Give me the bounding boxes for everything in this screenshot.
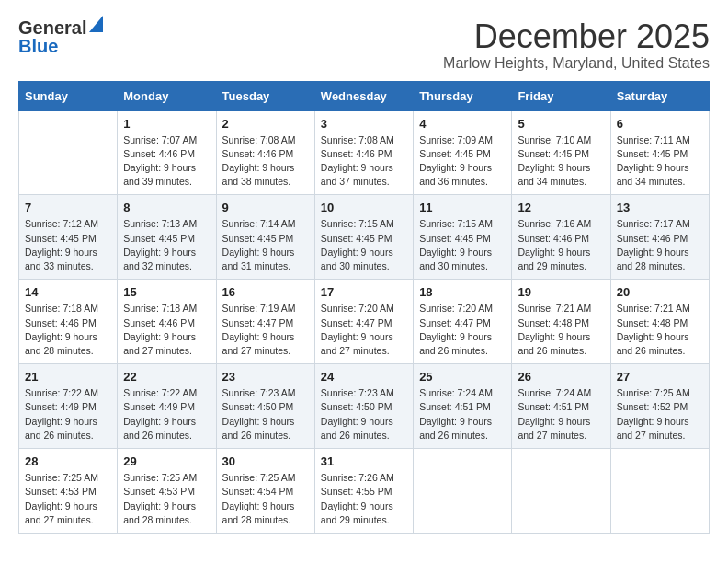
calendar-cell: 22Sunrise: 7:22 AMSunset: 4:49 PMDayligh… — [118, 364, 216, 449]
calendar-cell: 6Sunrise: 7:11 AMSunset: 4:45 PMDaylight… — [610, 110, 709, 195]
day-number: 28 — [25, 454, 111, 468]
calendar-body: 1Sunrise: 7:07 AMSunset: 4:46 PMDaylight… — [19, 110, 710, 533]
day-number: 13 — [617, 201, 703, 214]
calendar-cell: 10Sunrise: 7:15 AMSunset: 4:45 PMDayligh… — [314, 195, 413, 280]
day-info: Sunrise: 7:26 AMSunset: 4:55 PMDaylight:… — [321, 471, 407, 527]
day-number: 20 — [617, 285, 703, 299]
calendar-cell: 26Sunrise: 7:24 AMSunset: 4:51 PMDayligh… — [512, 364, 610, 449]
day-number: 26 — [518, 370, 604, 384]
title-block: December 2025 Marlow Heights, Maryland, … — [443, 18, 710, 72]
day-number: 1 — [123, 117, 210, 131]
day-number: 12 — [518, 201, 604, 214]
calendar-cell: 28Sunrise: 7:25 AMSunset: 4:53 PMDayligh… — [19, 449, 118, 534]
calendar-cell: 8Sunrise: 7:13 AMSunset: 4:45 PMDaylight… — [118, 195, 216, 280]
day-number: 15 — [123, 285, 210, 299]
calendar-cell — [610, 449, 709, 534]
calendar-cell: 23Sunrise: 7:23 AMSunset: 4:50 PMDayligh… — [216, 364, 314, 449]
header-sunday: Sunday — [19, 81, 118, 110]
day-info: Sunrise: 7:23 AMSunset: 4:50 PMDaylight:… — [222, 386, 309, 442]
day-number: 16 — [222, 285, 309, 299]
header-wednesday: Wednesday — [314, 81, 413, 110]
day-info: Sunrise: 7:20 AMSunset: 4:47 PMDaylight:… — [321, 302, 407, 358]
day-info: Sunrise: 7:14 AMSunset: 4:45 PMDaylight:… — [222, 217, 309, 273]
day-number: 8 — [123, 201, 210, 214]
day-info: Sunrise: 7:17 AMSunset: 4:46 PMDaylight:… — [617, 217, 703, 273]
header-saturday: Saturday — [610, 81, 709, 110]
day-info: Sunrise: 7:12 AMSunset: 4:45 PMDaylight:… — [25, 217, 111, 273]
calendar-cell — [19, 110, 118, 195]
day-number: 21 — [25, 370, 111, 384]
day-info: Sunrise: 7:08 AMSunset: 4:46 PMDaylight:… — [321, 133, 407, 190]
day-info: Sunrise: 7:25 AMSunset: 4:53 PMDaylight:… — [25, 471, 111, 527]
calendar-cell: 5Sunrise: 7:10 AMSunset: 4:45 PMDaylight… — [512, 110, 610, 195]
logo-general: General — [18, 18, 86, 37]
week-row-5: 28Sunrise: 7:25 AMSunset: 4:53 PMDayligh… — [19, 449, 710, 534]
day-info: Sunrise: 7:10 AMSunset: 4:45 PMDaylight:… — [518, 133, 604, 190]
calendar-cell — [512, 449, 610, 534]
header-tuesday: Tuesday — [216, 81, 314, 110]
calendar-cell: 13Sunrise: 7:17 AMSunset: 4:46 PMDayligh… — [610, 195, 709, 280]
day-number: 22 — [123, 370, 210, 384]
calendar-cell: 16Sunrise: 7:19 AMSunset: 4:47 PMDayligh… — [216, 280, 314, 364]
day-info: Sunrise: 7:25 AMSunset: 4:53 PMDaylight:… — [123, 471, 210, 527]
calendar-cell: 24Sunrise: 7:23 AMSunset: 4:50 PMDayligh… — [314, 364, 413, 449]
day-info: Sunrise: 7:19 AMSunset: 4:47 PMDaylight:… — [222, 302, 309, 358]
day-number: 25 — [419, 370, 506, 384]
day-number: 29 — [123, 454, 210, 468]
calendar-cell: 30Sunrise: 7:25 AMSunset: 4:54 PMDayligh… — [216, 449, 314, 534]
day-number: 23 — [222, 370, 309, 384]
calendar-cell: 15Sunrise: 7:18 AMSunset: 4:46 PMDayligh… — [118, 280, 216, 364]
day-info: Sunrise: 7:07 AMSunset: 4:46 PMDaylight:… — [123, 133, 210, 190]
day-info: Sunrise: 7:22 AMSunset: 4:49 PMDaylight:… — [25, 386, 111, 442]
day-info: Sunrise: 7:20 AMSunset: 4:47 PMDaylight:… — [419, 302, 506, 358]
logo: General Blue — [18, 18, 92, 55]
day-number: 3 — [321, 117, 407, 131]
calendar-cell: 2Sunrise: 7:08 AMSunset: 4:46 PMDaylight… — [216, 110, 314, 195]
day-info: Sunrise: 7:21 AMSunset: 4:48 PMDaylight:… — [518, 302, 604, 358]
day-number: 27 — [617, 370, 703, 384]
day-number: 6 — [617, 117, 703, 131]
day-number: 2 — [222, 117, 309, 131]
day-info: Sunrise: 7:13 AMSunset: 4:45 PMDaylight:… — [123, 217, 210, 273]
day-number: 24 — [321, 370, 407, 384]
day-info: Sunrise: 7:15 AMSunset: 4:45 PMDaylight:… — [321, 217, 407, 273]
calendar-cell: 21Sunrise: 7:22 AMSunset: 4:49 PMDayligh… — [19, 364, 118, 449]
calendar-cell: 1Sunrise: 7:07 AMSunset: 4:46 PMDaylight… — [118, 110, 216, 195]
day-number: 7 — [25, 201, 111, 214]
day-info: Sunrise: 7:22 AMSunset: 4:49 PMDaylight:… — [123, 386, 210, 442]
day-info: Sunrise: 7:11 AMSunset: 4:45 PMDaylight:… — [617, 133, 703, 190]
calendar-cell: 4Sunrise: 7:09 AMSunset: 4:45 PMDaylight… — [414, 110, 512, 195]
day-info: Sunrise: 7:21 AMSunset: 4:48 PMDaylight:… — [617, 302, 703, 358]
day-info: Sunrise: 7:08 AMSunset: 4:46 PMDaylight:… — [222, 133, 309, 190]
calendar-cell: 25Sunrise: 7:24 AMSunset: 4:51 PMDayligh… — [414, 364, 512, 449]
page-header: General Blue December 2025 Marlow Height… — [18, 18, 710, 72]
day-number: 18 — [419, 285, 506, 299]
calendar-cell: 20Sunrise: 7:21 AMSunset: 4:48 PMDayligh… — [610, 280, 709, 364]
day-number: 14 — [25, 285, 111, 299]
calendar-cell: 27Sunrise: 7:25 AMSunset: 4:52 PMDayligh… — [610, 364, 709, 449]
calendar-cell: 31Sunrise: 7:26 AMSunset: 4:55 PMDayligh… — [314, 449, 413, 534]
calendar-cell: 11Sunrise: 7:15 AMSunset: 4:45 PMDayligh… — [414, 195, 512, 280]
day-info: Sunrise: 7:23 AMSunset: 4:50 PMDaylight:… — [321, 386, 407, 442]
header-row: SundayMondayTuesdayWednesdayThursdayFrid… — [19, 81, 710, 110]
calendar-cell: 14Sunrise: 7:18 AMSunset: 4:46 PMDayligh… — [19, 280, 118, 364]
week-row-2: 7Sunrise: 7:12 AMSunset: 4:45 PMDaylight… — [19, 195, 710, 280]
calendar-cell: 18Sunrise: 7:20 AMSunset: 4:47 PMDayligh… — [414, 280, 512, 364]
logo-triangle-icon — [89, 16, 103, 32]
day-info: Sunrise: 7:25 AMSunset: 4:54 PMDaylight:… — [222, 471, 309, 527]
calendar-table: SundayMondayTuesdayWednesdayThursdayFrid… — [18, 81, 710, 534]
day-number: 19 — [518, 285, 604, 299]
day-info: Sunrise: 7:24 AMSunset: 4:51 PMDaylight:… — [419, 386, 506, 442]
header-friday: Friday — [512, 81, 610, 110]
day-number: 11 — [419, 201, 506, 214]
header-monday: Monday — [118, 81, 216, 110]
calendar-cell: 17Sunrise: 7:20 AMSunset: 4:47 PMDayligh… — [314, 280, 413, 364]
calendar-cell: 12Sunrise: 7:16 AMSunset: 4:46 PMDayligh… — [512, 195, 610, 280]
day-number: 30 — [222, 454, 309, 468]
calendar-cell — [414, 449, 512, 534]
day-info: Sunrise: 7:09 AMSunset: 4:45 PMDaylight:… — [419, 133, 506, 190]
day-number: 10 — [321, 201, 407, 214]
calendar-cell: 9Sunrise: 7:14 AMSunset: 4:45 PMDaylight… — [216, 195, 314, 280]
day-info: Sunrise: 7:15 AMSunset: 4:45 PMDaylight:… — [419, 217, 506, 273]
week-row-1: 1Sunrise: 7:07 AMSunset: 4:46 PMDaylight… — [19, 110, 710, 195]
